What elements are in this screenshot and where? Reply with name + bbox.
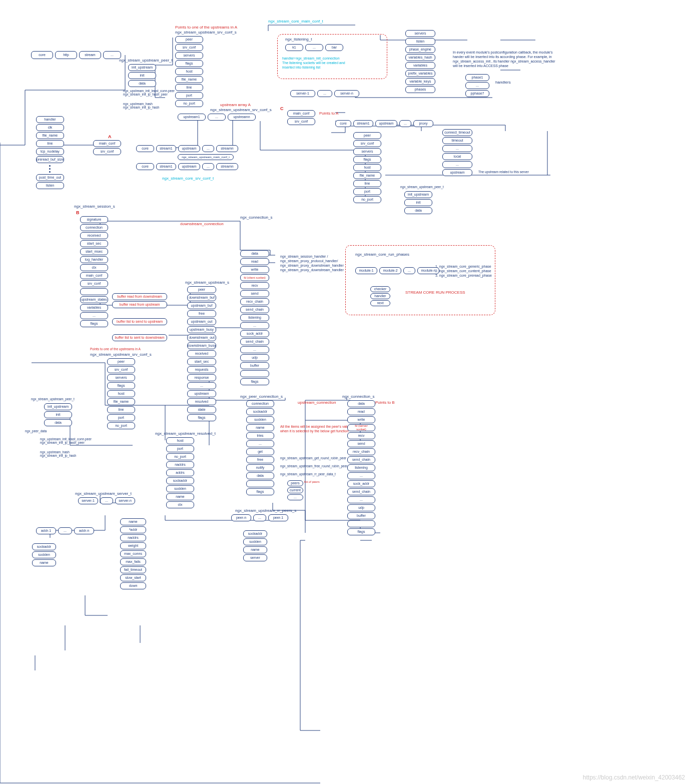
mr-pe: phase_engine: [405, 46, 435, 53]
c1-5: send: [240, 290, 269, 297]
us-11: response: [187, 374, 216, 381]
res-0: host: [166, 437, 194, 444]
ua-dots: ...: [208, 114, 226, 121]
usrv-0: name: [120, 518, 146, 525]
c2-2: write: [347, 416, 375, 423]
connector-lines: [0, 0, 690, 784]
c2-7: send_chain: [347, 456, 375, 463]
rr-d1: socklen: [243, 538, 267, 545]
handler-c: handler: [370, 293, 390, 299]
c1-13: udp: [240, 354, 269, 361]
mr1-up: upstream: [178, 145, 200, 152]
handlers-label: handlers: [495, 80, 511, 85]
us-9: start_sec: [187, 358, 216, 365]
buf-b: buffer read from upstream: [112, 301, 167, 308]
rr-title: ngx_stream_upstream_rr_peers_s: [235, 508, 296, 513]
addr-d: ...: [58, 527, 72, 534]
us-12: ...: [187, 382, 216, 389]
ll-tcp: tcp_nodelay: [36, 148, 64, 155]
pc-8: notify: [246, 464, 274, 471]
pc-free: ngx_stream_upstream_free_round_robin_pee…: [280, 464, 347, 468]
us-1: downstream_buf: [187, 294, 216, 301]
sc2-0: peer: [353, 132, 381, 139]
us-6: downstream_out: [187, 334, 216, 341]
s-13: flags: [80, 320, 108, 327]
c-srv: srv_conf: [287, 118, 315, 125]
red-points-a: Points to one of the upstreams in A: [175, 25, 237, 30]
sc2-5: file_name: [353, 172, 381, 179]
ua-n: upstreamn: [228, 114, 256, 121]
res-4: addrs: [166, 469, 194, 476]
addr-1: addr-1: [36, 527, 56, 534]
s-9: [80, 288, 108, 295]
srv-1: server-1: [290, 90, 315, 97]
usrv-2: naddrs: [120, 534, 146, 541]
us-sn: server-n: [115, 497, 135, 504]
dot1: [49, 165, 51, 167]
sc3-7: port: [107, 414, 135, 421]
next: next: [370, 300, 390, 306]
c1-2: write: [240, 266, 269, 273]
c2-5: send: [347, 440, 375, 447]
us-2: upstream_buf: [187, 302, 216, 309]
conn1-red: downstream_connection: [180, 222, 224, 226]
c1-6: recv_chain: [240, 298, 269, 305]
box-init: init: [128, 72, 156, 79]
res-3: naddrs: [166, 461, 194, 468]
c2-16: flags: [347, 528, 375, 535]
addr-n: addr-n: [74, 527, 94, 534]
pc-3: name: [246, 424, 274, 431]
sc3-0: peer: [107, 358, 135, 365]
mod-d: ...: [403, 267, 415, 274]
box-data: data: [128, 80, 156, 87]
mr1-d: ...: [202, 145, 214, 152]
conn1-handlers: ngx_stream_session_handler / ngx_stream_…: [280, 254, 344, 272]
peer-data: ngx_peer_data: [25, 429, 47, 433]
ll-listen: listen: [36, 182, 64, 189]
peers-1: current: [287, 487, 303, 493]
c1-11: send_chain: [240, 338, 269, 345]
session-title: ngx_stream_session_s: [74, 204, 115, 209]
sc3-2: servers: [107, 374, 135, 381]
us-14: resolved: [187, 398, 216, 405]
rr-d3: server: [243, 554, 267, 561]
usrv-6: fail_timeout: [120, 566, 146, 573]
buf-c: buffer list to send to upstream: [112, 318, 167, 325]
sc3-8: no_port: [107, 422, 135, 429]
resolved-title: ngx_stream_upstream_resolved_t: [155, 431, 216, 436]
peer-t-2: ngx_stream_upstream_peer_t: [400, 185, 444, 189]
pc-get: ngx_stream_upstream_get_round_robin_peer: [280, 456, 346, 460]
pc-10: [246, 480, 274, 487]
ad-2: name: [32, 559, 56, 566]
peers-2: ...: [287, 494, 303, 500]
mr1-core: core: [136, 145, 154, 152]
buf-a: buffer read from downstream: [112, 293, 167, 300]
us-0: peer: [187, 286, 216, 293]
sc2-8: no_port: [353, 196, 381, 203]
sc1-port: port: [175, 92, 203, 99]
pl-1: timeout: [442, 137, 472, 144]
mr-vh: variables_hash: [405, 54, 435, 61]
sc3-3: flags: [107, 382, 135, 389]
sc3-red: Points to one of the upstreams in A: [90, 347, 141, 351]
c2-14: buffer: [347, 512, 375, 519]
listening-note: handler=ngx_stream_init_connection The l…: [282, 56, 345, 70]
pc-0: connection: [246, 400, 274, 407]
c-main: main_conf: [287, 110, 315, 117]
pc-list-peers: list of peers: [304, 480, 320, 483]
p3-0: init_upstream: [44, 403, 72, 410]
c1-14: buffer: [240, 362, 269, 369]
s-5: log_handler: [80, 256, 108, 263]
label-srv-conf: ngx_stream_upstream_srv_conf_s: [175, 30, 237, 35]
pc-note: All the items will be assigned the peer'…: [280, 424, 351, 433]
mr1-sn: streamn: [216, 145, 238, 152]
lst-d: ...: [305, 44, 323, 51]
pc-6: get: [246, 448, 274, 455]
mr2-d: ...: [202, 163, 214, 170]
mid-label: ngx_stream_upstream_main_conf_t: [178, 154, 234, 160]
conn2-title: ngx_connection_s: [342, 394, 375, 399]
box-dots: ...: [103, 51, 121, 59]
usrv-3: weight: [120, 542, 146, 549]
peer-t-3: ngx_stream_upstream_peer_t: [31, 397, 75, 401]
ll-preread: preread_buf_size: [36, 156, 64, 163]
